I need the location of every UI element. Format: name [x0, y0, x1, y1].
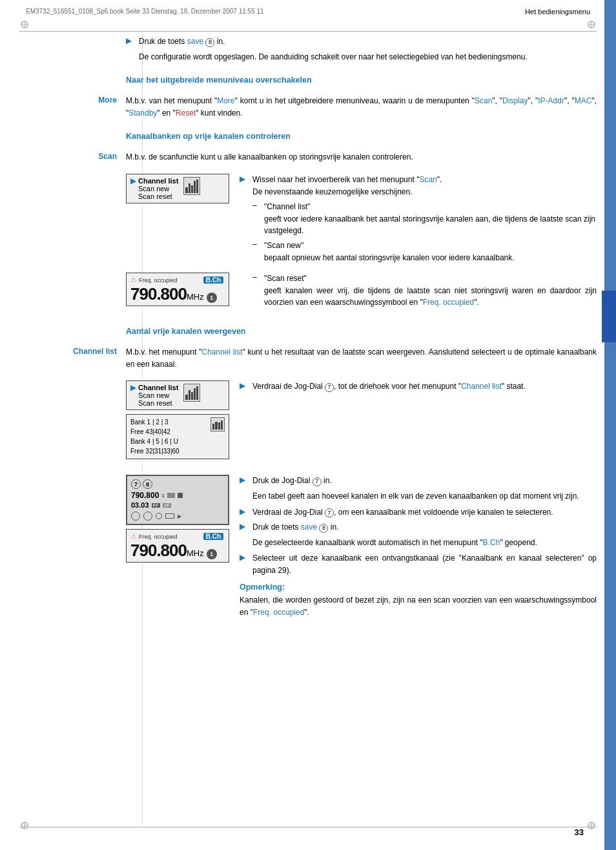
save-label-spacer [26, 36, 126, 36]
save-badge-2: 8 [319, 524, 328, 533]
screen-arrow-r: ▶ [178, 513, 181, 519]
device-item-channel-list-1: Channel list [138, 177, 178, 185]
bullet-arrow-v2: ▶ [240, 507, 247, 516]
screen-indicator [167, 493, 175, 498]
bullet-text-v1: Verdraai de Jog-Dial 7, tot de driehoek … [252, 380, 597, 393]
device-chart-2 [183, 384, 200, 402]
dash-scan-reset: – "Scan reset" geeft kanalen weer vrij, … [240, 273, 597, 309]
more-label: More [26, 95, 126, 105]
dash-sub-1: geeft voor iedere kanaalbank het aantal … [264, 214, 595, 236]
freq-dot-badge-1: 1 [207, 293, 217, 303]
section-save: ▶ Druk de toets save 8 in. De configurat… [26, 36, 597, 67]
bbar4 [221, 420, 223, 430]
dash-sub-2: bepaalt opnieuw het aantal storingsvrije… [264, 253, 515, 262]
freq-unit-1: MHz [187, 292, 204, 302]
screen-badge-7: 7 [131, 479, 141, 489]
scan-device-row: ▶ Channel list Scan new Scan reset [26, 174, 597, 318]
dash-text-1: "Channel list" geeft voor iedere kanaalb… [264, 201, 597, 237]
save-row: ▶ Druk de toets save 8 in. De configurat… [26, 36, 597, 67]
more-label-spacer [26, 76, 126, 76]
bullet-arrow-ds: ▶ [240, 522, 247, 531]
screen-label-rf: RF [152, 503, 160, 508]
dash-text-2: "Scan new" bepaalt opnieuw het aantal st… [264, 240, 597, 264]
bch-badge-1: B.Ch [203, 276, 223, 284]
screen-num-badges: 7 8 [131, 479, 152, 489]
bullet-text-dj: Druk de Jog-Dial 7 in. [252, 475, 597, 487]
screen-label-af: AF [163, 503, 171, 508]
bbar2 [215, 422, 217, 430]
device-item-scan-new-2: Scan new [138, 391, 178, 399]
freq-dot-badge-2: 1 [207, 549, 217, 559]
scan-label: Scan [26, 151, 126, 161]
bank-text-col: Bank 1 | 2 | 3 Free 43|40|42 Bank 4 | 5 … [130, 417, 206, 456]
bank-row-free2: Free 32|31|33|60 [130, 446, 206, 456]
freq-occ-word-2: Freq. occupied [253, 608, 304, 617]
channellist-text-col: ▶ Verdraai de Jog-Dial 7, tot de driehoe… [240, 380, 597, 462]
screen-badge-8: 8 [143, 479, 152, 489]
scan-heading-content: Kanaalbanken op vrije kanalen controlere… [126, 132, 597, 145]
bar2-5 [196, 386, 198, 400]
bullet-wissel: ▶ Wissel naar het invoerbereik van het m… [240, 174, 597, 198]
more-heading-content: Naar het uitgebreide menuniveau overscha… [126, 76, 597, 88]
bullet-selecteer: ▶ Selecteer uit deze kanaalbank een ontv… [240, 552, 597, 576]
dj-sub-text: Een tabel geeft aan hoeveel kanalen in e… [252, 492, 579, 501]
bullet-druk-jog: ▶ Druk de Jog-Dial 7 in. [240, 475, 597, 487]
bullet-druk-save: ▶ Druk de toets save 8 in. [240, 521, 597, 534]
bullet-save: ▶ Druk de toets save 8 in. [126, 36, 597, 48]
scan-intro-para: M.b.v. de scanfunctie kunt u alle kanaal… [126, 151, 597, 163]
jog-badge-1: 7 [325, 383, 334, 392]
device-screen-col: 7 8 790.800 1 03.03 [126, 475, 229, 622]
freq-box-2: ⚠ Freq. occupied B.Ch 790.800 MHz 1 [126, 529, 229, 563]
device-item-scan-new-1: Scan new [138, 185, 178, 192]
screen-freq2-row: 03.03 RF AF [131, 501, 224, 509]
channellist-heading-content: Aantal vrije kanalen weergeven [126, 327, 597, 340]
scan-label-spacer [26, 132, 126, 132]
main-content: ▶ Druk de toets save 8 in. De configurat… [26, 36, 597, 824]
scan-freq-col: ⚠ Freq. occupied B.Ch 790.800 MHz 1 [126, 273, 229, 311]
scan-device-col: ▶ Channel list Scan new Scan reset [126, 174, 229, 266]
bank-free-2: Free 32|31|33|60 [130, 446, 180, 456]
ipaddr-word: IP-Addr [538, 96, 564, 105]
bullet-save-sub: De geselecteerde kanaalbank wordt automa… [240, 537, 597, 549]
dash-sub-3: geeft kanalen weer vrij, die tijdens de … [264, 286, 597, 307]
screen-circle-sm [156, 513, 162, 519]
bar2 [189, 183, 190, 193]
dash-channel-list: – "Channel list" geeft voor iedere kanaa… [240, 201, 597, 237]
screen-rect [165, 513, 174, 519]
blue-sidebar-mid [602, 291, 616, 342]
freq-top-row-1: ⚠ Freq. occupied B.Ch [130, 276, 223, 284]
freq-warn-2: ⚠ Freq. occupied [130, 532, 178, 541]
note-section: Opmerking: Kanalen, die worden gestoord … [240, 583, 597, 618]
freq-box-1: ⚠ Freq. occupied B.Ch 790.800 MHz 1 [126, 273, 229, 306]
freq-unit-2: MHz [187, 548, 204, 558]
bar2-4 [194, 388, 196, 400]
screen-circle-1 [131, 512, 140, 521]
bullets-text-col: ▶ Druk de Jog-Dial 7 in. Een tabel geeft… [240, 475, 597, 622]
note-heading: Opmerking: [240, 583, 597, 592]
scan-menu-word: Scan [419, 175, 436, 184]
corner-mark-tl [19, 19, 30, 30]
device-item-scan-reset-1: Scan reset [138, 192, 178, 200]
bch-word: B.Ch [482, 538, 500, 547]
more-para: M.b.v. van het menupunt "More" komt u in… [126, 95, 597, 119]
warn-triangle-2: ⚠ [130, 532, 137, 541]
save-para: De configuratie wordt opgeslagen. De aan… [126, 51, 597, 63]
channellist-device-label-spacer [26, 380, 126, 381]
scan-reset-text-col: – "Scan reset" geeft kanalen weer vrij, … [240, 273, 597, 311]
freq-occ-word: Freq. occupied [423, 298, 474, 307]
section-more: Naar het uitgebreide menuniveau overscha… [26, 76, 597, 123]
device-menu-left: ▶ [130, 177, 136, 185]
bch-badge-2: B.Ch [203, 533, 223, 540]
heading-meer: Naar het uitgebreide menuniveau overscha… [126, 76, 597, 85]
device-chart-1 [183, 177, 200, 195]
bullet-dj-sub: Een tabel geeft aan hoeveel kanalen in e… [240, 490, 597, 503]
bar2-3 [191, 392, 193, 400]
jog-badge-2: 7 [313, 477, 322, 486]
channellist-device-text-row: ▶ Channel list Scan new Scan reset [126, 380, 597, 462]
jog-badge-3: 7 [325, 508, 334, 517]
device-box-1-inner: ▶ Channel list Scan new Scan reset [130, 177, 225, 200]
warn-label-2: Freq. occupied [139, 534, 178, 540]
bar3 [191, 185, 193, 193]
bullet-arrow-v1: ▶ [240, 381, 247, 390]
device-arrow-1: ▶ [130, 177, 136, 185]
